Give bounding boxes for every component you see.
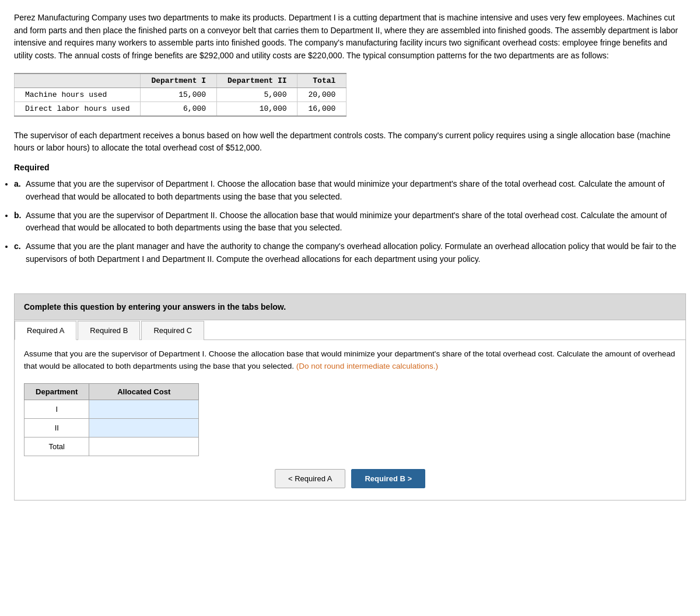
consumption-table: Department I Department II Total Machine… xyxy=(14,73,346,117)
row1-dept2: 5,000 xyxy=(217,88,298,102)
row1-dept1: 15,000 xyxy=(141,88,217,102)
tab-a-instruction: Assume that you are the supervisor of De… xyxy=(24,348,676,373)
answer-row-dept1: I xyxy=(24,400,199,419)
requirement-b: b. Assume that you are the supervisor of… xyxy=(14,209,686,235)
section-text: The supervisor of each department receiv… xyxy=(14,130,686,155)
tab-required-b[interactable]: Required B xyxy=(78,321,140,340)
complete-box: Complete this question by entering your … xyxy=(14,293,686,320)
requirement-a: a. Assume that you are the supervisor of… xyxy=(14,178,686,203)
tab-required-c[interactable]: Required C xyxy=(141,321,204,340)
req-c-letter: c. xyxy=(14,240,21,253)
req-b-text: Assume that you are the supervisor of De… xyxy=(26,211,667,233)
tabs-header: Required A Required B Required C xyxy=(15,320,685,340)
answer-row-total: Total xyxy=(24,438,199,456)
answer-table: Department Allocated Cost I II xyxy=(24,383,199,456)
table-row: Machine hours used 15,000 5,000 20,000 xyxy=(15,88,346,102)
answer-col-cost: Allocated Cost xyxy=(89,384,199,400)
req-c-text: Assume that you are the plant manager an… xyxy=(26,242,676,264)
row2-dept1: 6,000 xyxy=(141,102,217,116)
row2-total: 16,000 xyxy=(298,102,346,116)
col-header-dept2: Department II xyxy=(217,74,298,88)
prev-button[interactable]: < Required A xyxy=(275,469,346,488)
requirements-list: a. Assume that you are the supervisor of… xyxy=(14,178,686,265)
answer-dept1-input-cell[interactable] xyxy=(89,400,199,419)
tab-required-a[interactable]: Required A xyxy=(15,321,76,340)
answer-dept2-input[interactable] xyxy=(89,419,198,437)
tabs-container: Required A Required B Required C Assume … xyxy=(14,320,686,501)
col-header-dept1: Department I xyxy=(141,74,217,88)
answer-table-wrapper: Department Allocated Cost I II xyxy=(24,383,676,456)
col-header-total: Total xyxy=(298,74,346,88)
req-a-text: Assume that you are the supervisor of De… xyxy=(26,179,664,201)
complete-box-text: Complete this question by entering your … xyxy=(24,302,286,312)
answer-total-label: Total xyxy=(24,438,89,456)
consumption-table-wrapper: Department I Department II Total Machine… xyxy=(14,73,686,117)
table-row: Direct labor hours used 6,000 10,000 16,… xyxy=(15,102,346,116)
row2-dept2: 10,000 xyxy=(217,102,298,116)
req-b-letter: b. xyxy=(14,209,21,222)
intro-paragraph: Perez Manufacturing Company uses two dep… xyxy=(14,12,686,62)
tab-a-content: Assume that you are the supervisor of De… xyxy=(15,340,685,500)
col-header-blank xyxy=(15,74,141,88)
row2-label: Direct labor hours used xyxy=(15,102,141,116)
answer-dept2-input-cell[interactable] xyxy=(89,419,199,438)
answer-dept2-label: II xyxy=(24,419,89,438)
answer-dept1-input[interactable] xyxy=(89,400,198,418)
answer-total-input-cell[interactable] xyxy=(89,438,199,456)
answer-total-input[interactable] xyxy=(89,438,198,456)
requirement-c: c. Assume that you are the plant manager… xyxy=(14,240,686,265)
required-label: Required xyxy=(14,163,686,172)
req-a-letter: a. xyxy=(14,178,21,191)
row1-total: 20,000 xyxy=(298,88,346,102)
answer-row-dept2: II xyxy=(24,419,199,438)
answer-dept1-label: I xyxy=(24,400,89,419)
answer-col-dept: Department xyxy=(24,384,89,400)
next-button[interactable]: Required B > xyxy=(351,469,425,488)
nav-buttons: < Required A Required B > xyxy=(24,469,676,488)
tab-a-instruction-note: (Do not round intermediate calculations.… xyxy=(296,362,438,370)
row1-label: Machine hours used xyxy=(15,88,141,102)
